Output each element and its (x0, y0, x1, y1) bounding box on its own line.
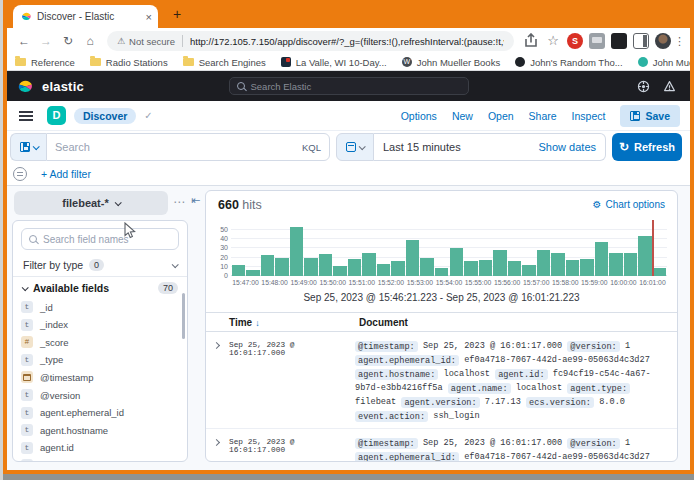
breadcrumb-discover[interactable]: Discover (74, 108, 136, 124)
show-dates-link[interactable]: Show dates (539, 141, 596, 153)
bookmark-item[interactable]: Reference (15, 57, 75, 68)
add-filter-link[interactable]: + Add filter (41, 168, 91, 180)
histogram-bar[interactable] (493, 250, 507, 276)
histogram-bar[interactable] (464, 261, 478, 276)
refresh-button[interactable]: ↻ Refresh (612, 133, 682, 161)
bookmark-item[interactable]: La Valle, WI 10-Day... (281, 57, 387, 68)
histogram-bar[interactable] (232, 265, 246, 276)
histogram-bar[interactable] (566, 260, 580, 276)
histogram-bar[interactable] (624, 253, 638, 276)
time-range-control[interactable]: Last 15 minutes Show dates (374, 133, 606, 161)
collapse-sidebar-icon[interactable]: ⇤ (191, 194, 200, 207)
histogram-bar[interactable] (362, 253, 376, 276)
index-pattern-options-icon[interactable]: ⋯ (173, 195, 185, 209)
extension-icon-gray[interactable] (589, 33, 605, 49)
bookmark-star-icon[interactable]: ☆ (544, 32, 562, 50)
browser-menu-icon[interactable]: ⋮ (674, 33, 684, 49)
field-item[interactable]: tagent.name (21, 457, 179, 462)
document-field-name: agent.id: (495, 369, 547, 380)
histogram-bar[interactable] (595, 242, 609, 276)
nav-action-new[interactable]: New (452, 110, 473, 122)
expand-row-icon[interactable] (213, 439, 220, 446)
global-search-input[interactable]: Search Elastic (229, 77, 469, 95)
extension-icon-red[interactable]: S (567, 33, 583, 49)
histogram-bar[interactable] (290, 227, 304, 276)
date-picker-button[interactable] (336, 133, 374, 161)
query-input[interactable]: Search KQL (46, 133, 330, 161)
nav-action-share[interactable]: Share (529, 110, 557, 122)
kql-language-button[interactable]: KQL (302, 142, 321, 153)
histogram-bar[interactable] (348, 259, 362, 276)
field-item[interactable]: t_index (21, 317, 179, 333)
bookmark-item[interactable]: Search Engines (183, 57, 266, 68)
menu-hamburger-icon[interactable] (19, 111, 33, 121)
field-item[interactable]: t_type (21, 352, 179, 368)
histogram-bar[interactable] (275, 258, 289, 276)
field-item[interactable]: #_score (21, 334, 179, 350)
forward-button[interactable]: → (37, 32, 55, 50)
share-icon[interactable] (523, 33, 539, 49)
chart-options-link[interactable]: ⚙ Chart options (593, 199, 665, 210)
home-button[interactable]: ⌂ (81, 32, 99, 50)
field-search-input[interactable]: Search field names (21, 228, 179, 250)
filters-icon[interactable] (13, 167, 27, 181)
bookmark-item[interactable]: WJohn Mueller Books (402, 57, 500, 68)
histogram-bar[interactable] (435, 268, 449, 276)
histogram-bar[interactable] (580, 259, 594, 276)
histogram-bar[interactable] (420, 258, 434, 276)
nav-action-open[interactable]: Open (488, 110, 514, 122)
histogram-bar[interactable] (319, 254, 333, 276)
reload-button[interactable]: ↻ (59, 32, 77, 50)
histogram-bar[interactable] (537, 250, 551, 276)
column-header-document[interactable]: Document (359, 317, 408, 328)
side-panel-icon[interactable] (633, 33, 649, 49)
histogram-bar[interactable] (508, 261, 522, 276)
index-pattern-selector[interactable]: filebeat-* (14, 191, 168, 215)
histogram-bar[interactable] (479, 260, 493, 276)
profile-avatar[interactable] (655, 33, 671, 49)
browser-tab[interactable]: Discover - Elastic × (13, 5, 158, 28)
field-item[interactable]: t_id (21, 299, 179, 315)
save-button[interactable]: Save (620, 105, 680, 127)
bookmark-item[interactable]: Radio Stations (90, 57, 168, 68)
column-header-time[interactable]: Time↓ (229, 317, 260, 328)
field-item[interactable]: tagent.ephemeral_id (21, 405, 179, 421)
table-row[interactable]: Sep 25, 2023 @ 16:01:17.000@timestamp: S… (206, 332, 677, 429)
histogram-bar[interactable] (522, 265, 536, 276)
histogram-bar[interactable] (246, 270, 260, 276)
histogram-bar[interactable] (377, 264, 391, 276)
back-button[interactable]: ← (15, 32, 33, 50)
histogram-bar[interactable] (391, 261, 405, 276)
histogram-bar[interactable] (450, 248, 464, 276)
extensions-puzzle-icon[interactable] (611, 33, 627, 49)
filter-by-type-select[interactable]: Filter by type 0 (13, 254, 187, 277)
histogram-chart[interactable] (231, 222, 667, 276)
expand-row-icon[interactable] (213, 342, 220, 349)
histogram-bar[interactable] (333, 266, 347, 276)
sidebar-scrollbar[interactable] (182, 293, 185, 339)
histogram-bar[interactable] (261, 255, 275, 276)
new-tab-button[interactable]: + (169, 7, 185, 23)
histogram-bar[interactable] (609, 253, 623, 276)
guided-setup-icon[interactable] (637, 80, 650, 93)
bookmark-item[interactable]: John Mueller Books... (638, 57, 690, 68)
bookmark-item[interactable]: John's Random Tho... (515, 57, 622, 68)
histogram-bar[interactable] (551, 253, 565, 276)
field-item[interactable]: tagent.hostname (21, 422, 179, 438)
field-item[interactable]: t@version (21, 387, 179, 403)
tab-close-icon[interactable]: × (146, 12, 152, 22)
nav-action-options[interactable]: Options (401, 110, 437, 122)
saved-query-menu-button[interactable] (10, 133, 46, 161)
histogram-bar[interactable] (304, 258, 318, 276)
field-item[interactable]: tagent.id (21, 440, 179, 456)
nav-action-inspect[interactable]: Inspect (572, 110, 606, 122)
field-item[interactable]: @timestamp (21, 369, 179, 385)
histogram-bar[interactable] (638, 236, 652, 276)
histogram-bar[interactable] (653, 268, 667, 276)
space-badge[interactable]: D (47, 106, 66, 125)
available-fields-header[interactable]: Available fields 70 (13, 279, 187, 297)
table-row[interactable]: Sep 25, 2023 @ 16:01:17.000@timestamp: S… (206, 429, 677, 461)
alerts-icon[interactable] (663, 80, 676, 93)
histogram-bar[interactable] (406, 240, 420, 276)
address-bar[interactable]: ⚠ Not secure http://172.105.7.150/app/di… (107, 31, 514, 51)
